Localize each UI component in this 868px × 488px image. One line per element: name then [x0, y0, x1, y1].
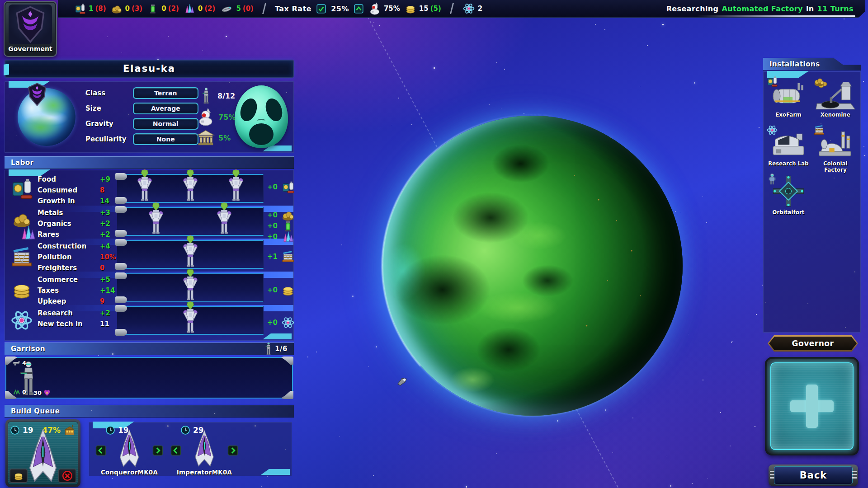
back-button[interactable]: Back [774, 466, 853, 484]
credits-indicator[interactable]: 15 (5) [405, 3, 441, 14]
atom-icon [766, 124, 778, 136]
food-stock: 1 [89, 5, 93, 13]
labor-line-growth: Growth in14 [38, 196, 120, 206]
size-value-button[interactable]: Average [133, 103, 198, 114]
installation-exofarm[interactable]: ExoFarm [765, 76, 811, 123]
construction-workers[interactable] [117, 241, 263, 268]
construction-icon [813, 124, 825, 136]
buy-build-button[interactable] [9, 469, 28, 483]
gun-icon [13, 361, 21, 366]
gravity-value-button[interactable]: Normal [133, 118, 198, 130]
installation-name: ExoFarm [765, 112, 811, 118]
labor-line-metals: Metals+3 [38, 207, 120, 218]
cancel-icon [61, 470, 73, 482]
coins-icon [13, 470, 24, 481]
installation-xenomine[interactable]: Xenomine [812, 76, 859, 123]
commerce-worker-slot[interactable] [117, 273, 264, 302]
installation-research-lab[interactable]: Research Lab [765, 125, 811, 172]
size-label: Size [85, 104, 133, 113]
peculiarity-value-button[interactable]: None [133, 133, 198, 145]
clock-icon [10, 425, 20, 435]
planet-size-row: Size Average [85, 103, 198, 114]
research-worker-slot[interactable] [117, 306, 264, 335]
food-icon [9, 177, 35, 200]
installation-orbitalfort[interactable]: Orbitalfort [765, 174, 811, 221]
planet-title-bar: Elasu-ka [5, 60, 294, 78]
organics-output-value: +0 [267, 222, 278, 230]
research-workers[interactable] [117, 307, 263, 334]
research-status[interactable]: Researching Automated Factory in 11 Turn… [666, 5, 854, 13]
research-points-indicator[interactable]: 2 [462, 2, 482, 15]
credits-delta: (5) [430, 5, 441, 13]
resource-freighters[interactable]: 5 (0) [220, 3, 254, 14]
government-button[interactable]: Government [4, 1, 57, 57]
morale-indicator[interactable]: 75% [368, 2, 400, 15]
research-prefix: Researching [666, 5, 719, 13]
frame-hatch [852, 471, 857, 480]
installations-panel: ExoFarm Xenomine Research Lab Colonial F… [763, 71, 861, 333]
move-right-button[interactable] [227, 445, 238, 456]
food-workers[interactable] [117, 175, 263, 202]
research-turns: 11 Turns [817, 5, 854, 13]
queue-item-1[interactable]: 19 ConquerorMK0A [95, 425, 163, 475]
panel-corner [280, 391, 293, 399]
queue-item-2[interactable]: 29 ImperatorMK0A [170, 425, 238, 475]
freighter-icon [220, 3, 233, 14]
mining-worker-slot[interactable] [117, 207, 264, 236]
labor-panel: Food+9 Consumed8 Growth in14 +0 Metals+3… [5, 170, 294, 341]
alien-eye [263, 96, 285, 123]
worker-figure [182, 169, 199, 201]
resource-food[interactable]: 1 (8) [74, 3, 106, 14]
topbar-divider [262, 3, 266, 14]
metals-icon [813, 75, 825, 87]
class-value-button[interactable]: Terran [133, 87, 198, 99]
governor-button[interactable]: Governor [769, 337, 857, 350]
construction-icon [281, 250, 295, 263]
frame-hatch [770, 471, 774, 480]
queue-ship-sprite [115, 429, 143, 468]
installation-colonial-factory[interactable]: Colonial Factory [812, 125, 859, 172]
queue-item-name: ImperatorMK0A [170, 469, 238, 476]
active-build-card[interactable]: 19 47% [5, 419, 80, 487]
coins-icon [9, 279, 35, 300]
resource-organics[interactable]: 0 (2) [147, 3, 179, 14]
tax-rate-increase-button[interactable] [354, 4, 364, 14]
construction-worker-slot[interactable] [117, 240, 264, 269]
tax-rate-decrease-button[interactable] [316, 4, 326, 14]
food-icon [281, 180, 295, 194]
worker-figure [182, 235, 199, 267]
tax-share-stat: 5% [197, 129, 231, 147]
move-left-button[interactable] [170, 445, 181, 456]
build-queue-panel: 19 ConquerorMK0A 29 ImperatorMK0A [89, 422, 292, 476]
mining-workers[interactable] [117, 208, 263, 235]
panel-accent [261, 469, 290, 475]
cancel-build-button[interactable] [58, 469, 76, 483]
resource-rares[interactable]: 0 (2) [184, 3, 216, 14]
worker-figure [147, 202, 165, 234]
metals-output-value: +0 [267, 211, 278, 219]
unit-attack-stat: 4 [13, 360, 26, 366]
rares-stock: 0 [198, 5, 203, 13]
population-value: 8/12 [217, 92, 235, 100]
governor-button-frame: Governor [768, 335, 858, 352]
worker-figure [227, 169, 245, 201]
move-right-button[interactable] [152, 445, 163, 456]
assign-governor-button[interactable] [770, 362, 854, 450]
panel-accent [263, 333, 292, 339]
food-worker-slot[interactable] [117, 174, 264, 203]
planet-peculiarity-row: Peculiarity None [85, 133, 198, 145]
food-output: +0 [267, 180, 295, 194]
construction-output-value: +1 [267, 253, 278, 261]
planet-elasu-ka[interactable] [382, 116, 683, 416]
droid-icon [368, 2, 381, 15]
alien-race-portrait[interactable] [235, 85, 288, 148]
chevron-rank-icon [13, 389, 21, 395]
morale-stat: 75% [197, 108, 236, 126]
resource-metals[interactable]: 0 (3) [111, 3, 143, 14]
metals-icon [111, 3, 123, 14]
installation-sprite [812, 76, 859, 111]
commerce-workers[interactable] [117, 274, 263, 301]
garrison-unit[interactable]: 4 0 30 [13, 360, 54, 397]
move-left-button[interactable] [95, 445, 106, 456]
labor-line-pollution: Pollution10% [38, 252, 120, 263]
